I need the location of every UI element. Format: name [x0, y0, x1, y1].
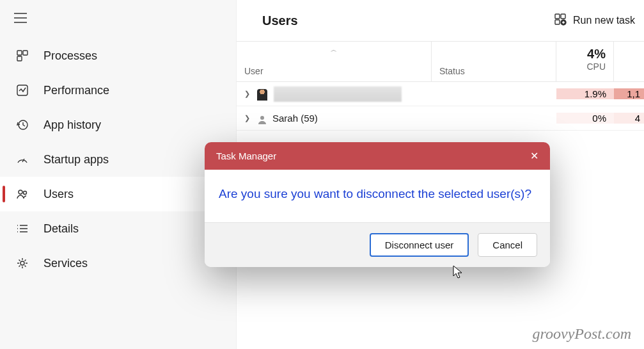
cancel-button[interactable]: Cancel [478, 233, 537, 257]
col-cpu-label: CPU [586, 61, 606, 72]
svg-rect-1 [23, 51, 27, 55]
nav-label: Users [43, 188, 74, 201]
activity-icon [15, 83, 29, 97]
cell-memory: 1,1 [614, 88, 644, 99]
hamburger-menu[interactable] [0, 5, 236, 38]
nav-label: Startup apps [43, 153, 109, 166]
avatar-generic-icon [256, 112, 269, 125]
nav-label: Details [43, 222, 79, 236]
gauge-icon [15, 152, 29, 166]
svg-rect-8 [555, 14, 560, 19]
user-name: Sarah (59) [272, 113, 318, 124]
col-status-label: Status [439, 66, 465, 76]
col-memory[interactable] [614, 42, 644, 81]
cell-cpu: 1.9% [556, 88, 614, 99]
avatar [256, 88, 269, 101]
col-cpu[interactable]: 4% CPU [556, 42, 614, 81]
svg-point-6 [24, 191, 27, 195]
svg-rect-0 [17, 51, 22, 55]
cell-user: ❯ [237, 86, 432, 102]
grid-icon [15, 49, 29, 63]
run-task-icon [554, 13, 567, 28]
col-user[interactable]: ︿ User [237, 42, 432, 81]
table-row[interactable]: ❯ 1.9% 1,1 [237, 82, 644, 106]
nav-processes[interactable]: Processes [0, 38, 236, 73]
nav-performance[interactable]: Performance [0, 73, 236, 108]
close-icon[interactable]: ✕ [530, 150, 538, 162]
run-task-label: Run new task [573, 15, 635, 26]
table-header: ︿ User Status 4% CPU [237, 41, 644, 82]
sort-asc-icon: ︿ [331, 45, 337, 54]
nav-details[interactable]: Details [0, 211, 236, 246]
user-name-redacted [274, 86, 402, 102]
nav-users[interactable]: Users [0, 177, 236, 211]
svg-rect-10 [555, 20, 560, 24]
main-header: Users Run new task [237, 0, 644, 41]
list-icon [15, 222, 29, 236]
svg-point-5 [19, 190, 22, 194]
dialog-title: Task Manager [216, 150, 276, 161]
svg-rect-2 [17, 56, 22, 61]
table-row[interactable]: ❯ Sarah (59) 0% 4 [237, 106, 644, 131]
col-user-label: User [244, 66, 431, 76]
cell-cpu: 0% [556, 113, 614, 124]
nav-services[interactable]: Services [0, 246, 236, 280]
cpu-total: 4% [587, 47, 606, 61]
hamburger-icon [14, 13, 27, 23]
nav-label: App history [43, 118, 101, 132]
nav-label: Services [43, 257, 88, 270]
nav-startup-apps[interactable]: Startup apps [0, 142, 236, 177]
dialog-footer: Disconnect user Cancel [205, 222, 550, 267]
dialog-message: Are you sure you want to disconnect the … [205, 170, 550, 222]
watermark: groovyPost.com [533, 325, 631, 343]
expand-icon[interactable]: ❯ [242, 114, 252, 122]
svg-point-12 [260, 116, 264, 120]
history-icon [15, 118, 29, 132]
nav-app-history[interactable]: App history [0, 108, 236, 142]
users-icon [15, 187, 29, 201]
sidebar: Processes Performance App history Startu… [0, 0, 237, 349]
run-new-task-button[interactable]: Run new task [554, 13, 635, 28]
gear-icon [15, 256, 29, 270]
col-status[interactable]: Status [432, 42, 556, 81]
disconnect-user-button[interactable]: Disconnect user [370, 233, 469, 257]
nav-list: Processes Performance App history Startu… [0, 38, 236, 280]
nav-label: Performance [43, 84, 109, 97]
table-body: ❯ 1.9% 1,1 ❯ Sarah (59) 0% 4 [237, 82, 644, 131]
cell-user: ❯ Sarah (59) [237, 112, 432, 125]
confirm-disconnect-dialog: Task Manager ✕ Are you sure you want to … [205, 142, 550, 267]
page-title: Users [262, 13, 298, 28]
svg-rect-9 [561, 14, 565, 19]
expand-icon[interactable]: ❯ [242, 90, 252, 98]
nav-label: Processes [43, 49, 97, 63]
dialog-titlebar: Task Manager ✕ [205, 142, 550, 170]
cell-memory: 4 [614, 113, 644, 124]
svg-point-7 [20, 261, 24, 265]
